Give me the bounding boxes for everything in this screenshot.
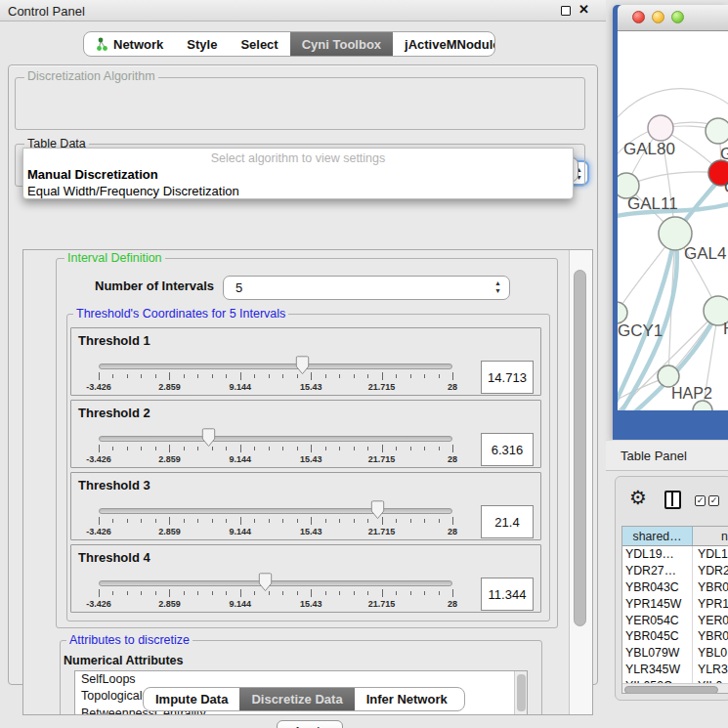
tab-select[interactable]: Select [229, 32, 289, 56]
cell[interactable]: YBL079W [622, 645, 693, 662]
gear-icon[interactable]: ⚙ [629, 488, 647, 507]
spinner-arrows-icon: ▲▼ [494, 279, 501, 295]
cell[interactable]: YBR0 [693, 628, 728, 645]
tab-jactivemnodules[interactable]: jActiveMNodules [393, 32, 495, 56]
network-node[interactable] [693, 401, 712, 410]
table-row[interactable]: YBL079WYBL0 [622, 645, 728, 662]
cell[interactable]: YBR043C [622, 579, 693, 596]
column-header-name[interactable]: na [693, 527, 728, 545]
list-scrollbar-thumb[interactable] [517, 674, 526, 711]
thresholds-group-label: Threshold's Coordinates for 5 Intervals [73, 307, 288, 321]
dropdown-option-manual[interactable]: Manual Discretization [27, 167, 158, 182]
network-node[interactable] [648, 115, 673, 141]
network-window-titlebar[interactable] [618, 5, 728, 31]
list-item[interactable]: SelfLoops [75, 671, 527, 688]
tab-label: Impute Data [155, 692, 228, 707]
table-scrollbar-thumb[interactable] [624, 686, 718, 694]
settings-scrollbar[interactable] [569, 250, 593, 714]
list-scrollbar[interactable] [514, 671, 527, 715]
settings-scrollbar-thumb[interactable] [574, 270, 586, 626]
apply-button[interactable]: Apply [277, 720, 343, 728]
network-node[interactable] [706, 118, 728, 144]
dropdown-option-equal-width[interactable]: Equal Width/Frequency Discretization [27, 184, 239, 198]
slider-track[interactable] [99, 508, 452, 514]
network-node[interactable] [658, 365, 679, 387]
discretization-algorithm-group [15, 77, 585, 130]
table-horizontal-scrollbar[interactable] [622, 683, 728, 694]
node-label: GAL11 [627, 194, 678, 213]
checkbox-icon[interactable]: ✓ [695, 495, 706, 506]
threshold-slider: -3.4262.8599.14415.4321.71528 [99, 401, 452, 469]
column-layout-icon[interactable] [664, 491, 681, 509]
tab-infer-network[interactable]: Infer Network [355, 688, 459, 710]
threshold-value-field[interactable]: 6.316 [481, 433, 534, 466]
zoom-traffic-light-icon[interactable] [671, 11, 684, 23]
close-traffic-light-icon[interactable] [632, 11, 645, 23]
threshold-3-block: Threshold 3 -3.4262.8599.14415.4321.7152… [70, 472, 541, 540]
attributes-group-label: Attributes to discretize [66, 633, 193, 647]
slider-axis-labels: -3.4262.8599.14415.4321.71528 [99, 599, 452, 611]
minimize-traffic-light-icon[interactable] [652, 11, 664, 23]
cell[interactable]: YER0 [693, 612, 728, 628]
cell[interactable]: YLR345W [622, 662, 693, 678]
network-canvas[interactable]: GAL80 GA C GAL11 GAL4 GCY1 H HAP2 [618, 31, 728, 410]
slider-track[interactable] [99, 580, 452, 586]
checkbox-icon[interactable]: ✓ [708, 495, 719, 506]
tab-label: Infer Network [366, 692, 448, 707]
network-view-window[interactable]: GAL80 GA C GAL11 GAL4 GCY1 H HAP2 [613, 5, 728, 440]
number-of-intervals-label: Number of Intervals [95, 278, 214, 293]
threshold-value-field[interactable]: 11.344 [481, 578, 534, 611]
cell[interactable]: YDR27… [622, 563, 693, 579]
tab-cyni-toolbox[interactable]: Cyni Toolbox [290, 32, 393, 56]
table-row[interactable]: YBR043CYBR0 [622, 579, 728, 596]
cell[interactable]: YDL19… [622, 546, 693, 563]
table-row[interactable]: YER054CYER0 [622, 612, 728, 628]
tab-label: Select [240, 37, 278, 52]
cell[interactable]: YBL0 [693, 645, 728, 662]
cell[interactable]: YBR0 [693, 579, 728, 596]
algorithm-dropdown-popup: Select algorithm to view settings Manual… [22, 148, 574, 199]
table-panel: ⚙ ✓ ✓ shared… na YDL19…YDL1 YDR27…YDR2 Y… [615, 476, 728, 701]
cell[interactable]: YDL1 [693, 546, 728, 563]
control-panel-header: Control Panel ✕ [0, 0, 606, 21]
control-panel-tabbar: Network Style Select Cyni Toolbox jActiv… [83, 31, 495, 57]
tab-label: Style [187, 37, 217, 52]
node-label: GCY1 [618, 321, 663, 340]
tab-label: Cyni Toolbox [302, 37, 381, 52]
threshold-slider: -3.4262.8599.14415.4321.71528 [99, 328, 452, 397]
cell[interactable]: YPR145W [622, 595, 693, 612]
algorithm-settings-panel: Interval Definition Number of Intervals … [22, 249, 593, 715]
table-panel-title: Table Panel [621, 449, 687, 463]
node-label: HAP2 [671, 385, 712, 402]
table-row[interactable]: YPR145WYPR1 [622, 595, 728, 612]
node-label: H [723, 320, 728, 338]
slider-ticks [99, 445, 452, 454]
interval-definition-label: Interval Definition [64, 251, 165, 265]
cell[interactable]: YLR3 [693, 662, 728, 678]
tab-impute-data[interactable]: Impute Data [144, 688, 239, 710]
number-of-intervals-combobox[interactable]: 5 ▲▼ [223, 276, 510, 300]
cell[interactable]: YER054C [622, 612, 693, 628]
threshold-value-field[interactable]: 14.713 [481, 361, 534, 394]
table-row[interactable]: YDL19…YDL1 [622, 546, 728, 563]
table-row[interactable]: YLR345WYLR3 [622, 662, 728, 678]
tab-network[interactable]: Network [84, 32, 175, 56]
node-label: GA [720, 145, 728, 163]
node-attribute-table[interactable]: shared… na YDL19…YDL1 YDR27…YDR2 YBR043C… [621, 526, 728, 694]
tab-discretize-data[interactable]: Discretize Data [239, 688, 354, 710]
node-label: GAL80 [623, 140, 675, 158]
cell[interactable]: YDR2 [693, 563, 728, 579]
cell[interactable]: YPR1 [693, 595, 728, 612]
cell[interactable]: YBR045C [622, 628, 693, 645]
tab-style[interactable]: Style [175, 32, 229, 56]
column-header-shared-name[interactable]: shared… [622, 527, 693, 545]
close-icon[interactable]: ✕ [578, 2, 589, 17]
slider-track[interactable] [99, 436, 452, 442]
table-row[interactable]: YBR045CYBR0 [622, 628, 728, 645]
threshold-value-field[interactable]: 21.4 [481, 505, 534, 538]
node-label: GAL4 [684, 244, 726, 263]
slider-track[interactable] [99, 364, 452, 369]
float-window-icon[interactable] [561, 6, 571, 16]
network-node[interactable] [618, 302, 627, 323]
table-row[interactable]: YDR27…YDR2 [622, 563, 728, 579]
